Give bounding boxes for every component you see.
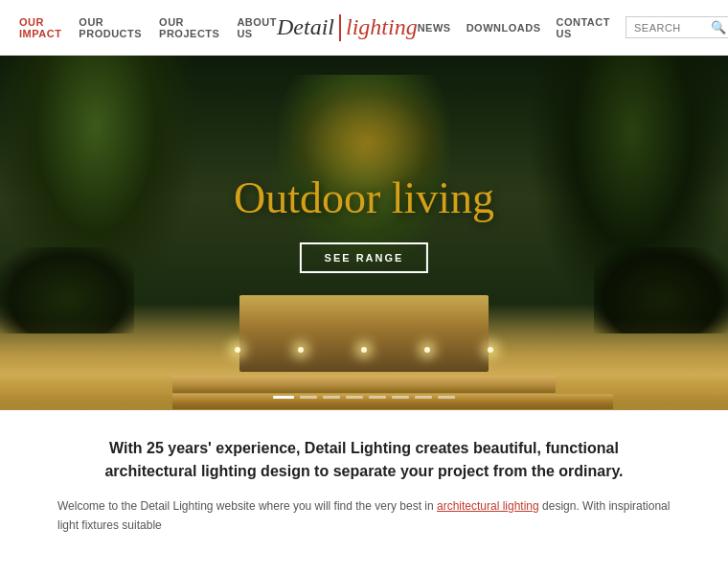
site-logo[interactable]: Detail lighting — [277, 14, 418, 41]
search-button[interactable]: 🔍 — [711, 20, 726, 34]
search-box: 🔍 — [626, 16, 728, 38]
carousel-dots — [273, 396, 455, 399]
carousel-dot-5[interactable] — [369, 396, 386, 399]
hero-section: Outdoor living SEE RANGE — [0, 56, 728, 410]
light-spot-4 — [424, 347, 430, 353]
carousel-dot-3[interactable] — [323, 396, 340, 399]
carousel-dot-6[interactable] — [392, 396, 409, 399]
logo-divider — [339, 14, 341, 41]
step-1 — [172, 376, 556, 393]
nav-our-products[interactable]: OUR PRODUCTS — [79, 16, 142, 39]
nav-left: OUR IMPACT OUR PRODUCTS OUR PROJECTS ABO… — [19, 16, 277, 39]
intro-body-start: Welcome to the Detail Lighting website w… — [57, 499, 437, 513]
logo-detail-text: Detail — [277, 14, 334, 40]
nav-about-us[interactable]: ABOUT US — [237, 16, 277, 39]
light-spot-2 — [298, 347, 304, 353]
light-spot-1 — [235, 347, 240, 353]
carousel-dot-2[interactable] — [300, 396, 317, 399]
nav-news[interactable]: NEWS — [418, 22, 451, 34]
see-range-button[interactable]: SEE RANGE — [300, 242, 429, 273]
light-spot-5 — [488, 347, 493, 353]
hero-text-overlay: Outdoor living SEE RANGE — [234, 172, 494, 273]
steps — [172, 376, 556, 410]
lights-row — [235, 347, 493, 353]
hero-title: Outdoor living — [234, 172, 494, 223]
nav-our-projects[interactable]: OUR PROJECTS — [159, 16, 219, 39]
nav-contact-us[interactable]: CONTACT US — [557, 16, 610, 39]
carousel-dot-7[interactable] — [415, 396, 432, 399]
logo-lighting-text: lighting — [346, 14, 418, 40]
nav-right: NEWS DOWNLOADS CONTACT US — [418, 16, 610, 39]
wall-section — [239, 295, 489, 372]
nav-our-impact[interactable]: OUR IMPACT — [19, 16, 61, 39]
hero-cta: SEE RANGE — [300, 242, 429, 273]
light-spot-3 — [361, 347, 367, 353]
intro-section: With 25 years' experience, Detail Lighti… — [0, 410, 728, 551]
search-input[interactable] — [634, 22, 711, 34]
site-header: OUR IMPACT OUR PRODUCTS OUR PROJECTS ABO… — [0, 0, 728, 56]
intro-headline: With 25 years' experience, Detail Lighti… — [67, 437, 661, 483]
nav-downloads[interactable]: DOWNLOADS — [466, 22, 541, 34]
intro-body: Welcome to the Detail Lighting website w… — [57, 496, 671, 536]
carousel-dot-1[interactable] — [273, 396, 294, 399]
architectural-lighting-link[interactable]: architectural lighting — [437, 499, 539, 513]
carousel-dot-8[interactable] — [438, 396, 455, 399]
carousel-dot-4[interactable] — [346, 396, 363, 399]
